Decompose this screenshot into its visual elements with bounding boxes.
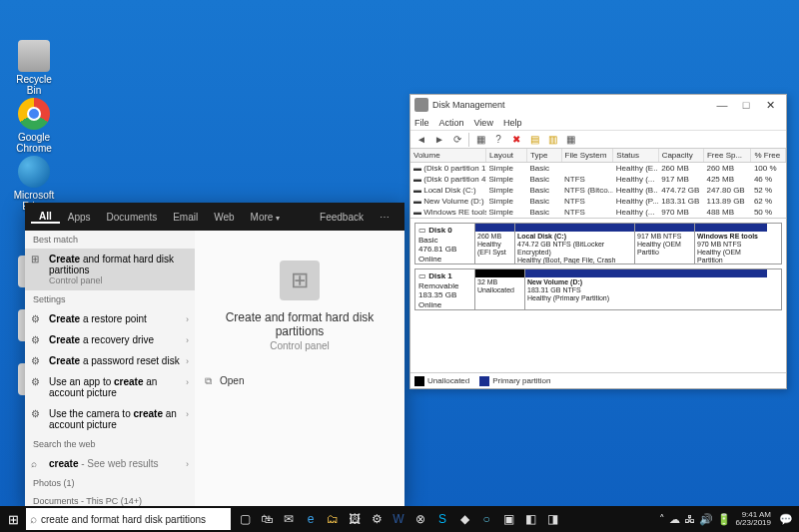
- word-icon[interactable]: W: [389, 508, 408, 530]
- section-search-web: Search the web: [25, 435, 195, 453]
- partition[interactable]: Windows RE tools970 MB NTFSHealthy (OEM …: [695, 224, 767, 264]
- result-best-match[interactable]: ⊞ Create and format hard disk partitions…: [25, 249, 195, 290]
- result-setting-4[interactable]: ⚙Use the camera to create an account pic…: [25, 403, 195, 435]
- partition[interactable]: New Volume (D:)183.31 GB NTFSHealthy (Pr…: [525, 269, 767, 309]
- system-tray: ˄ ☁ 🖧 🔊 🔋 9:41 AM 6/23/2019 💬: [653, 511, 799, 527]
- partition[interactable]: 260 MBHealthy (EFI Syst: [475, 224, 515, 264]
- section-settings: Settings: [25, 290, 195, 308]
- app-icon-2[interactable]: ▣: [498, 508, 518, 530]
- disk-row[interactable]: ▭ Disk 1Removable183.35 GBOnline32 MBUna…: [414, 268, 782, 310]
- search-feedback[interactable]: Feedback: [312, 212, 372, 223]
- chevron-right-icon: ›: [186, 356, 189, 366]
- store-icon[interactable]: 🛍: [257, 508, 277, 530]
- maximize-button[interactable]: □: [734, 99, 758, 111]
- taskbar-search[interactable]: ⌕: [26, 508, 231, 530]
- close-button[interactable]: ✕: [758, 99, 782, 112]
- search-tab-email[interactable]: Email: [165, 212, 206, 223]
- tool-properties-icon[interactable]: ▦: [473, 133, 487, 147]
- desktop-icon-chrome[interactable]: Google Chrome: [10, 98, 58, 154]
- disk-info: ▭ Disk 1Removable183.35 GBOnline: [415, 269, 475, 309]
- tool-help-icon[interactable]: ?: [491, 133, 505, 147]
- search-tab-all[interactable]: All: [31, 211, 60, 224]
- search-tab-apps[interactable]: Apps: [60, 212, 99, 223]
- edge-icon[interactable]: e: [301, 508, 321, 530]
- tool-refresh-icon[interactable]: ⟳: [450, 133, 464, 147]
- gear-icon: ⚙: [31, 408, 43, 420]
- disk-graphical-view: ▭ Disk 0Basic476.81 GBOnline260 MBHealth…: [410, 219, 786, 372]
- gear-icon: ⚙: [31, 334, 43, 346]
- desktop-icon-recycle-bin[interactable]: Recycle Bin: [10, 40, 58, 96]
- tool-delete-icon[interactable]: ✖: [509, 133, 523, 147]
- tray-clock[interactable]: 9:41 AM 6/23/2019: [735, 511, 775, 527]
- menu-help[interactable]: Help: [503, 118, 522, 128]
- result-setting-2[interactable]: ⚙Create a password reset disk›: [25, 350, 195, 371]
- result-setting-3[interactable]: ⚙Use an app to create an account picture…: [25, 371, 195, 403]
- minimize-button[interactable]: —: [710, 99, 734, 111]
- tray-chevron-icon[interactable]: ˄: [659, 513, 665, 526]
- disk-row[interactable]: ▭ Disk 0Basic476.81 GBOnline260 MBHealth…: [414, 223, 782, 265]
- app-icon-4[interactable]: ◨: [542, 508, 562, 530]
- search-tab-more[interactable]: More: [243, 212, 289, 223]
- start-button[interactable]: ⊞: [0, 506, 26, 532]
- volume-row[interactable]: ▬ Windows RE toolsSimpleBasicNTFSHealthy…: [410, 207, 786, 218]
- volume-row[interactable]: ▬ Local Disk (C:)SimpleBasicNTFS (Bitco.…: [410, 185, 786, 196]
- search-detail-pane: ⊞ Create and format hard disk partitions…: [195, 231, 404, 507]
- mail-icon[interactable]: ✉: [279, 508, 299, 530]
- photos-icon[interactable]: 🖼: [345, 508, 365, 530]
- tray-battery-icon[interactable]: 🔋: [717, 513, 731, 526]
- control-panel-icon: ⊞: [31, 254, 43, 266]
- tray-network-icon[interactable]: 🖧: [684, 513, 695, 525]
- taskbar-search-input[interactable]: [41, 514, 227, 525]
- window-title: Disk Management: [432, 100, 505, 110]
- tray-onedrive-icon[interactable]: ☁: [669, 513, 680, 526]
- xbox-icon[interactable]: ⊗: [410, 508, 430, 530]
- search-results-list: Best match ⊞ Create and format hard disk…: [25, 231, 195, 507]
- partition[interactable]: Local Disk (C:)474.72 GB NTFS (BitLocker…: [515, 224, 635, 264]
- col-header[interactable]: Status: [613, 149, 658, 163]
- search-tab-documents[interactable]: Documents: [99, 212, 166, 223]
- col-header[interactable]: Capacity: [658, 149, 703, 163]
- gear-icon: ⚙: [31, 355, 43, 367]
- search-tabs: All Apps Documents Email Web More Feedba…: [25, 203, 404, 231]
- tool-forward-icon[interactable]: ►: [432, 133, 446, 147]
- volume-row[interactable]: ▬ (Disk 0 partition 4)SimpleBasicNTFSHea…: [410, 174, 786, 185]
- result-web[interactable]: ⌕ create - See web results ›: [25, 453, 195, 474]
- tool-view1-icon[interactable]: ▤: [527, 133, 541, 147]
- result-setting-1[interactable]: ⚙Create a recovery drive›: [25, 329, 195, 350]
- col-header[interactable]: Free Sp...: [703, 149, 750, 163]
- explorer-icon[interactable]: 🗂: [323, 508, 343, 530]
- app-icon-1[interactable]: ◆: [454, 508, 474, 530]
- tool-back-icon[interactable]: ◄: [414, 133, 428, 147]
- search-tab-web[interactable]: Web: [206, 212, 242, 223]
- settings-icon[interactable]: ⚙: [367, 508, 387, 530]
- partition[interactable]: 32 MBUnallocated: [475, 269, 525, 309]
- tool-view2-icon[interactable]: ▥: [545, 133, 559, 147]
- disk-management-window: Disk Management — □ ✕ File Action View H…: [409, 94, 787, 389]
- result-setting-0[interactable]: ⚙Create a restore point›: [25, 308, 195, 329]
- col-header[interactable]: File System: [561, 149, 613, 163]
- cortana-icon[interactable]: ○: [476, 508, 496, 530]
- action-center-icon[interactable]: 💬: [779, 513, 793, 526]
- app-icon: [414, 98, 428, 112]
- col-header[interactable]: Type: [527, 149, 562, 163]
- col-header[interactable]: Layout: [486, 149, 527, 163]
- volume-row[interactable]: ▬ New Volume (D:)SimpleBasicNTFSHealthy …: [410, 196, 786, 207]
- section-best-match: Best match: [25, 231, 195, 249]
- tray-volume-icon[interactable]: 🔊: [699, 513, 713, 526]
- detail-action-open[interactable]: ⧉Open: [205, 371, 395, 391]
- col-header[interactable]: Volume: [410, 149, 486, 163]
- partition[interactable]: 917 MB NTFSHealthy (OEM Partitio: [635, 224, 695, 264]
- col-header[interactable]: % Free: [751, 149, 786, 163]
- window-titlebar[interactable]: Disk Management — □ ✕: [410, 95, 786, 115]
- task-view-icon[interactable]: ▢: [235, 508, 255, 530]
- menu-view[interactable]: View: [474, 118, 493, 128]
- app-icon-3[interactable]: ◧: [520, 508, 540, 530]
- open-icon: ⧉: [205, 375, 212, 386]
- search-more-menu[interactable]: ⋯: [372, 212, 399, 223]
- skype-icon[interactable]: S: [432, 508, 452, 530]
- tool-view3-icon[interactable]: ▦: [563, 133, 577, 147]
- volume-row[interactable]: ▬ (Disk 0 partition 1)SimpleBasicHealthy…: [410, 163, 786, 175]
- menu-action[interactable]: Action: [439, 118, 464, 128]
- detail-subtitle: Control panel: [270, 340, 329, 351]
- menu-file[interactable]: File: [414, 118, 429, 128]
